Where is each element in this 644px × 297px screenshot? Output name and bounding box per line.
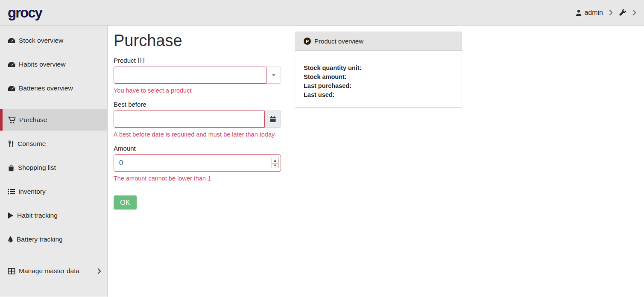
stock-amount-row: Stock amount: (304, 73, 453, 82)
cart-icon (8, 116, 16, 124)
product-overview-title: Product overview (314, 38, 363, 45)
best-before-error: A best before date is required and must … (114, 131, 281, 138)
sidebar-item-consume[interactable]: Consume (0, 133, 107, 154)
date-picker-button[interactable] (265, 111, 281, 128)
username: admin (584, 9, 603, 17)
best-before-field: Best before A best before date is requir… (114, 101, 281, 138)
sidebar-item-label: Stock overview (19, 37, 63, 44)
product-input[interactable] (114, 67, 266, 84)
best-before-input-group (114, 111, 281, 128)
gauge-icon (8, 38, 15, 44)
wrench-icon[interactable] (619, 9, 626, 17)
product-dropdown-toggle[interactable] (266, 67, 281, 84)
best-before-label: Best before (114, 101, 281, 108)
product-overview-card: P Product overview Stock quantity unit: … (295, 32, 462, 108)
chevron-right-icon (97, 268, 101, 274)
sidebar-item-shopping-list[interactable]: Shopping list (0, 157, 107, 178)
spinner-down-icon[interactable]: ▼ (272, 163, 278, 168)
stock-quantity-unit-row: Stock quantity unit: (304, 64, 453, 73)
product-overview-body: Stock quantity unit: Stock amount: Last … (295, 51, 462, 107)
top-header: grocy admin (0, 0, 644, 26)
sidebar-item-manage-master-data[interactable]: Manage master data (0, 260, 107, 282)
sidebar-item-batteries-overview[interactable]: Batteries overview (0, 78, 107, 99)
utensils-icon (8, 140, 14, 147)
play-icon (8, 212, 14, 219)
sidebar-item-inventory[interactable]: Inventory (0, 181, 107, 202)
amount-input[interactable] (114, 154, 281, 172)
product-error: You have to select a product (114, 87, 281, 94)
amount-input-group: ▲ ▼ (114, 154, 281, 172)
sidebar-item-label: Inventory (18, 188, 46, 195)
sidebar-item-label: Batteries overview (19, 84, 73, 92)
user-menu[interactable]: admin (575, 9, 603, 17)
main-content: Purchase Product You h (108, 26, 644, 297)
sidebar-item-habits-overview[interactable]: Habits overview (0, 54, 107, 75)
page-title: Purchase (114, 32, 281, 50)
product-input-group (114, 67, 281, 84)
number-spinner: ▲ ▼ (272, 158, 278, 168)
amount-label: Amount (114, 145, 281, 152)
chevron-right-icon[interactable] (632, 10, 636, 15)
header-actions: admin (575, 9, 636, 17)
sidebar-item-stock-overview[interactable]: Stock overview (0, 30, 107, 51)
product-overview-header: P Product overview (295, 32, 462, 51)
purchase-form: Purchase Product You h (114, 32, 281, 297)
droplet-icon (8, 236, 13, 243)
amount-error: The amount cannot be lower than 1 (114, 175, 281, 182)
sidebar-item-battery-tracking[interactable]: Battery tracking (0, 229, 107, 250)
last-purchased-row: Last purchased: (304, 82, 453, 90)
gauge-icon (8, 85, 15, 91)
sidebar-item-label: Habit tracking (17, 212, 58, 219)
ok-button[interactable]: OK (114, 195, 137, 210)
amount-field: Amount ▲ ▼ The amount cannot be lower th… (114, 145, 281, 182)
barcode-icon (138, 58, 144, 63)
calendar-icon (269, 116, 276, 122)
last-used-row: Last used: (304, 90, 453, 99)
spinner-up-icon[interactable]: ▲ (272, 158, 278, 163)
sidebar-item-label: Purchase (19, 116, 47, 124)
sidebar-item-label: Battery tracking (17, 236, 63, 243)
chevron-right-icon[interactable] (609, 10, 613, 15)
best-before-input[interactable] (114, 111, 265, 128)
sidebar-item-habit-tracking[interactable]: Habit tracking (0, 205, 107, 226)
caret-down-icon (272, 74, 276, 76)
sidebar-item-label: Consume (18, 140, 46, 148)
shopping-bag-icon (8, 164, 15, 172)
app-logo[interactable]: grocy (8, 5, 42, 21)
product-field: Product You have to select a product (114, 57, 281, 94)
product-overview-icon: P (304, 38, 311, 45)
list-icon (8, 189, 15, 195)
product-label: Product (114, 57, 281, 64)
table-icon (8, 268, 15, 274)
sidebar-item-label: Shopping list (18, 164, 56, 172)
sidebar-item-label: Manage master data (19, 267, 79, 275)
sidebar-nav: Stock overview Habits overview Batteries… (0, 26, 108, 297)
gauge-icon (8, 61, 15, 67)
sidebar-item-purchase[interactable]: Purchase (0, 109, 107, 131)
sidebar-item-label: Habits overview (19, 61, 65, 68)
user-icon (575, 9, 582, 16)
